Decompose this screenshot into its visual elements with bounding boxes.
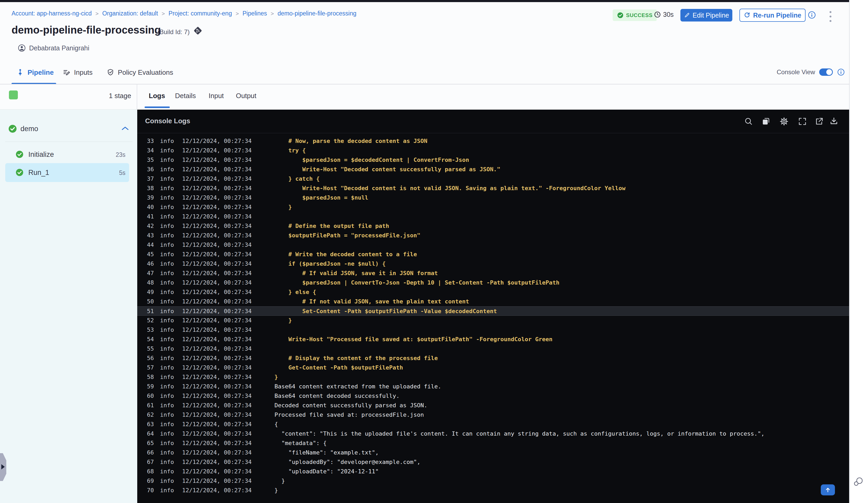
log-timestamp: 12/12/2024, 00:27:34 — [182, 401, 252, 410]
step-row-initialize[interactable]: Initialize 23s — [5, 146, 129, 163]
log-timestamp: 12/12/2024, 00:27:34 — [182, 193, 252, 202]
step-name: Run_1 — [28, 169, 49, 177]
status-label: SUCCESS — [626, 12, 653, 18]
stage-divider — [5, 142, 133, 142]
breadcrumb-account[interactable]: Account: app-harness-ng-cicd — [12, 10, 92, 17]
help-chat-icon[interactable] — [853, 477, 864, 487]
step-name: Initialize — [28, 150, 54, 159]
git-experience-icon — [193, 26, 203, 36]
console-view-toggle[interactable] — [819, 69, 833, 76]
log-text: # Display the content of the processed f… — [275, 354, 438, 363]
log-timestamp: 12/12/2024, 00:27:34 — [182, 373, 252, 382]
log-line-number: 37 — [147, 174, 154, 184]
copy-icon[interactable] — [762, 117, 771, 126]
log-text: } — [275, 316, 292, 325]
log-level: info — [160, 325, 174, 335]
download-icon[interactable] — [829, 117, 839, 126]
rerun-pipeline-button[interactable]: Re-run Pipeline — [740, 9, 806, 22]
log-level: info — [160, 467, 174, 476]
log-line-number: 62 — [147, 410, 154, 420]
log-row: 60 info 12/12/2024, 00:27:34 Base64 cont… — [137, 391, 849, 401]
breadcrumb-pipelines[interactable]: Pipelines — [242, 10, 267, 17]
open-in-new-icon[interactable] — [815, 117, 824, 126]
log-text: Processed file saved at: processedFile.j… — [275, 410, 424, 420]
log-level: info — [160, 382, 174, 391]
active-logtab-underline — [145, 106, 170, 108]
log-text: Write-Host "Processed file saved at: $ou… — [275, 335, 552, 344]
tab-pipeline-label: Pipeline — [28, 69, 54, 76]
search-icon[interactable] — [744, 117, 753, 126]
console-view-control: Console View — [777, 68, 845, 76]
tab-policy-evaluations[interactable]: Policy Evaluations — [106, 65, 173, 80]
breadcrumb-separator: > — [95, 10, 99, 17]
log-timestamp: 12/12/2024, 00:27:34 — [182, 476, 252, 486]
breadcrumb-current-pipeline[interactable]: demo-pipeline-file-processing — [278, 10, 356, 17]
log-timestamp: 12/12/2024, 00:27:34 — [182, 202, 252, 212]
tab-input[interactable]: Input — [209, 92, 224, 100]
log-line-number: 52 — [147, 316, 154, 325]
log-line-number: 57 — [147, 363, 154, 373]
log-timestamp: 12/12/2024, 00:27:34 — [182, 297, 252, 306]
edit-pipeline-button[interactable]: Edit Pipeline — [680, 9, 732, 21]
log-row: 47 info 12/12/2024, 00:27:34 # If valid … — [137, 269, 849, 278]
log-row: 43 info 12/12/2024, 00:27:34 $outputFile… — [137, 231, 849, 240]
expand-right-triangle-icon — [1, 464, 5, 469]
tab-logs[interactable]: Logs — [149, 92, 165, 100]
log-row: 39 info 12/12/2024, 00:27:34 $parsedJson… — [137, 193, 849, 202]
breadcrumb-project[interactable]: Project: community-eng — [168, 10, 232, 17]
log-level: info — [160, 202, 174, 212]
log-text: $parsedJson = $null — [275, 193, 369, 202]
status-badge: SUCCESS — [613, 9, 657, 21]
stage-status-square[interactable] — [9, 91, 18, 99]
execution-info-icon[interactable] — [808, 11, 816, 19]
log-row: 36 info 12/12/2024, 00:27:34 Write-Host … — [137, 165, 849, 174]
log-line-number: 48 — [147, 278, 154, 287]
log-row: 52 info 12/12/2024, 00:27:34 } — [137, 316, 849, 325]
log-line-number: 46 — [147, 259, 154, 269]
more-options-menu[interactable] — [829, 10, 832, 24]
log-line-number: 70 — [147, 486, 154, 495]
settings-gear-icon[interactable] — [779, 117, 789, 126]
author-name: Debabrata Panigrahi — [29, 44, 89, 52]
log-level: info — [160, 174, 174, 184]
log-row: 51 info 12/12/2024, 00:27:34 Set-Content… — [137, 306, 849, 316]
log-timestamp: 12/12/2024, 00:27:34 — [182, 391, 252, 401]
log-row: 45 info 12/12/2024, 00:27:34 # Write the… — [137, 250, 849, 259]
log-row: 50 info 12/12/2024, 00:27:34 # If not va… — [137, 297, 849, 306]
stage-row-demo[interactable]: demo — [0, 113, 137, 142]
log-line-number: 51 — [147, 306, 154, 316]
log-row: 63 info 12/12/2024, 00:27:34 { — [137, 420, 849, 429]
log-timestamp: 12/12/2024, 00:27:34 — [182, 250, 252, 259]
harness-pipeline-execution-page: Account: app-harness-ng-cicd > Organizat… — [0, 0, 868, 503]
log-level: info — [160, 410, 174, 420]
pipeline-icon — [16, 69, 24, 76]
log-row: 70 info 12/12/2024, 00:27:34 } — [137, 486, 849, 495]
log-text: } catch { — [275, 174, 320, 184]
log-timestamp: 12/12/2024, 00:27:34 — [182, 429, 252, 439]
tab-output[interactable]: Output — [236, 92, 256, 100]
log-level: info — [160, 401, 174, 410]
log-level: info — [160, 165, 174, 174]
log-level: info — [160, 136, 174, 146]
fullscreen-icon[interactable] — [798, 117, 807, 126]
tab-policy-label: Policy Evaluations — [118, 69, 173, 76]
log-row: 40 info 12/12/2024, 00:27:34 } — [137, 202, 849, 212]
log-line-number: 60 — [147, 391, 154, 401]
log-text: "metadata": { — [275, 439, 327, 448]
right-utility-strip — [849, 0, 868, 503]
tab-pipeline[interactable]: Pipeline — [16, 65, 54, 80]
console-view-label: Console View — [777, 69, 815, 76]
chevron-up-icon[interactable] — [121, 126, 129, 131]
pencil-icon — [684, 12, 690, 18]
console-view-info-icon[interactable] — [837, 68, 845, 76]
step-duration: 23s — [116, 151, 125, 158]
breadcrumb-separator: > — [236, 10, 239, 17]
tab-details[interactable]: Details — [175, 92, 196, 100]
log-line-number: 35 — [147, 155, 154, 165]
scroll-to-top-button[interactable] — [821, 484, 835, 495]
tab-inputs[interactable]: Inputs — [63, 65, 93, 80]
step-row-run-1[interactable]: Run_1 5s — [5, 163, 129, 182]
breadcrumb-organization[interactable]: Organization: default — [102, 10, 158, 17]
step-duration: 5s — [119, 169, 125, 177]
log-timestamp: 12/12/2024, 00:27:34 — [182, 420, 252, 429]
